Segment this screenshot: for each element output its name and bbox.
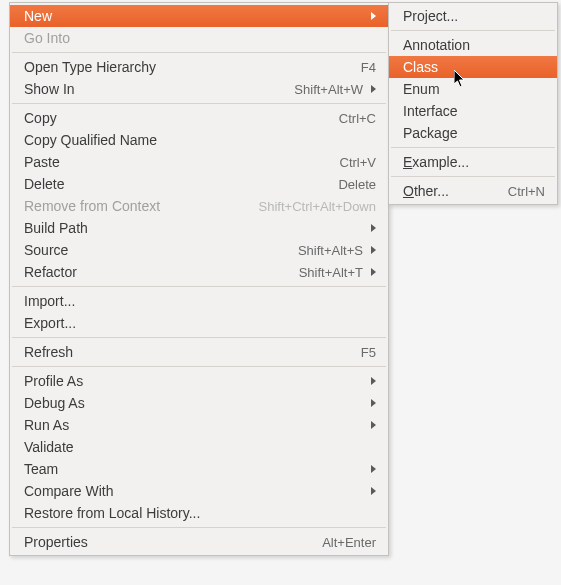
- chevron-right-icon: [371, 224, 376, 232]
- menu-label: Go Into: [24, 30, 376, 46]
- menu-item-run-as[interactable]: Run As: [10, 414, 388, 436]
- menu-item-copy[interactable]: Copy Ctrl+C: [10, 107, 388, 129]
- menu-shortcut: Delete: [338, 177, 376, 192]
- submenu-item-class[interactable]: Class: [389, 56, 557, 78]
- menu-label: Restore from Local History...: [24, 505, 376, 521]
- menu-separator: [12, 337, 386, 338]
- menu-label: Validate: [24, 439, 376, 455]
- context-menu: New Go Into Open Type Hierarchy F4 Show …: [9, 2, 389, 556]
- menu-label: Enum: [403, 81, 545, 97]
- chevron-right-icon: [371, 85, 376, 93]
- menu-shortcut: Shift+Ctrl+Alt+Down: [259, 199, 376, 214]
- menu-item-go-into: Go Into: [10, 27, 388, 49]
- menu-label: Remove from Context: [24, 198, 239, 214]
- menu-shortcut: F4: [361, 60, 376, 75]
- menu-shortcut: Alt+Enter: [322, 535, 376, 550]
- menu-shortcut: Ctrl+V: [340, 155, 376, 170]
- menu-label: Copy: [24, 110, 319, 126]
- menu-label: Example...: [403, 154, 545, 170]
- menu-label: Source: [24, 242, 278, 258]
- menu-label: Compare With: [24, 483, 363, 499]
- menu-label: Package: [403, 125, 545, 141]
- menu-item-profile-as[interactable]: Profile As: [10, 370, 388, 392]
- menu-item-copy-qualified-name[interactable]: Copy Qualified Name: [10, 129, 388, 151]
- submenu-item-example[interactable]: Example...: [389, 151, 557, 173]
- menu-shortcut: Shift+Alt+W: [294, 82, 363, 97]
- menu-label: Team: [24, 461, 363, 477]
- menu-item-show-in[interactable]: Show In Shift+Alt+W: [10, 78, 388, 100]
- menu-separator: [12, 103, 386, 104]
- menu-label: Refresh: [24, 344, 341, 360]
- menu-separator: [12, 366, 386, 367]
- menu-item-refresh[interactable]: Refresh F5: [10, 341, 388, 363]
- menu-label: Interface: [403, 103, 545, 119]
- menu-separator: [12, 286, 386, 287]
- menu-shortcut: F5: [361, 345, 376, 360]
- menu-label: Paste: [24, 154, 320, 170]
- menu-label: Profile As: [24, 373, 363, 389]
- menu-separator: [12, 527, 386, 528]
- chevron-right-icon: [371, 487, 376, 495]
- menu-label: Properties: [24, 534, 302, 550]
- submenu-item-package[interactable]: Package: [389, 122, 557, 144]
- submenu-item-project[interactable]: Project...: [389, 5, 557, 27]
- menu-label: Delete: [24, 176, 318, 192]
- menu-item-new[interactable]: New: [10, 5, 388, 27]
- menu-item-delete[interactable]: Delete Delete: [10, 173, 388, 195]
- menu-item-remove-from-context: Remove from Context Shift+Ctrl+Alt+Down: [10, 195, 388, 217]
- chevron-right-icon: [371, 421, 376, 429]
- submenu-item-interface[interactable]: Interface: [389, 100, 557, 122]
- menu-item-source[interactable]: Source Shift+Alt+S: [10, 239, 388, 261]
- submenu-item-enum[interactable]: Enum: [389, 78, 557, 100]
- new-submenu: Project... Annotation Class Enum Interfa…: [388, 2, 558, 205]
- menu-label: Class: [403, 59, 545, 75]
- menu-shortcut: Shift+Alt+T: [299, 265, 363, 280]
- menu-item-restore-local-history[interactable]: Restore from Local History...: [10, 502, 388, 524]
- menu-label: Export...: [24, 315, 376, 331]
- menu-item-debug-as[interactable]: Debug As: [10, 392, 388, 414]
- menu-label: Show In: [24, 81, 274, 97]
- menu-item-properties[interactable]: Properties Alt+Enter: [10, 531, 388, 553]
- menu-label: Copy Qualified Name: [24, 132, 376, 148]
- menu-label: Project...: [403, 8, 545, 24]
- menu-item-build-path[interactable]: Build Path: [10, 217, 388, 239]
- menu-shortcut: Ctrl+N: [508, 184, 545, 199]
- menu-shortcut: Ctrl+C: [339, 111, 376, 126]
- chevron-right-icon: [371, 268, 376, 276]
- menu-separator: [12, 52, 386, 53]
- menu-label: Run As: [24, 417, 363, 433]
- menu-label: Import...: [24, 293, 376, 309]
- menu-item-refactor[interactable]: Refactor Shift+Alt+T: [10, 261, 388, 283]
- menu-separator: [391, 147, 555, 148]
- chevron-right-icon: [371, 465, 376, 473]
- chevron-right-icon: [371, 12, 376, 20]
- menu-label: Open Type Hierarchy: [24, 59, 341, 75]
- menu-label: Build Path: [24, 220, 363, 236]
- menu-separator: [391, 30, 555, 31]
- submenu-item-other[interactable]: Other... Ctrl+N: [389, 180, 557, 202]
- menu-label: Debug As: [24, 395, 363, 411]
- menu-label: Refactor: [24, 264, 279, 280]
- menu-label: Annotation: [403, 37, 545, 53]
- menu-item-validate[interactable]: Validate: [10, 436, 388, 458]
- chevron-right-icon: [371, 246, 376, 254]
- menu-item-open-type-hierarchy[interactable]: Open Type Hierarchy F4: [10, 56, 388, 78]
- menu-item-import[interactable]: Import...: [10, 290, 388, 312]
- menu-item-compare-with[interactable]: Compare With: [10, 480, 388, 502]
- menu-item-export[interactable]: Export...: [10, 312, 388, 334]
- menu-separator: [391, 176, 555, 177]
- menu-item-paste[interactable]: Paste Ctrl+V: [10, 151, 388, 173]
- menu-label: Other...: [403, 183, 488, 199]
- submenu-item-annotation[interactable]: Annotation: [389, 34, 557, 56]
- chevron-right-icon: [371, 399, 376, 407]
- menu-shortcut: Shift+Alt+S: [298, 243, 363, 258]
- menu-label: New: [24, 8, 363, 24]
- chevron-right-icon: [371, 377, 376, 385]
- menu-item-team[interactable]: Team: [10, 458, 388, 480]
